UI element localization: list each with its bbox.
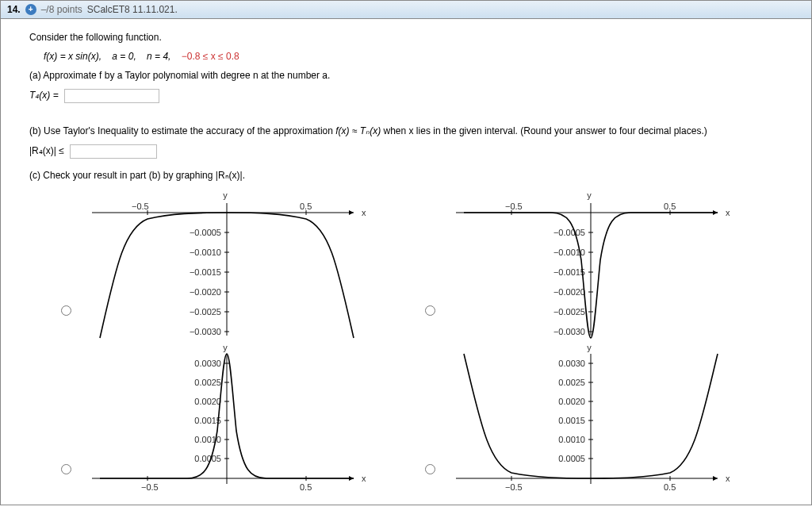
part-a-lhs: T₄(x) = xyxy=(29,90,59,101)
plot-d: y x −0.5 0.5 0.0030 0.0025 0.0020 0.0015… xyxy=(440,340,741,498)
part-b-prompt: (b) Use Taylor's Inequality to estimate … xyxy=(29,125,789,136)
question-header: 14. + –/8 points SCalcET8 11.11.021. xyxy=(1,1,811,19)
part-b-prompt-mid: when x lies in the given interval. (Roun… xyxy=(384,125,707,136)
svg-text:−0.0005: −0.0005 xyxy=(190,228,221,237)
graph-radio-c[interactable] xyxy=(61,464,71,474)
part-b-input[interactable] xyxy=(70,144,157,159)
plot-b: y x −0.5 0.5 −0.0005 −0.0010 −0.0015 −0.… xyxy=(440,189,741,340)
points-label: –/8 points xyxy=(41,4,82,15)
graph-option-a: y x −0.5 0.5 −0.0005 −0.0010 −0.0015 xyxy=(61,189,425,340)
question-body: Consider the following function. f(x) = … xyxy=(1,19,811,505)
plot-d-xtick-1: 0.5 xyxy=(664,482,676,492)
svg-text:−0.0030: −0.0030 xyxy=(190,327,221,336)
function-a: a = 0, xyxy=(112,51,136,62)
svg-text:0.0015: 0.0015 xyxy=(558,416,585,425)
question-number: 14. xyxy=(7,4,21,15)
question-container: 14. + –/8 points SCalcET8 11.11.021. Con… xyxy=(0,0,812,505)
plot-c-yticks: 0.0030 0.0025 0.0020 0.0015 0.0010 0.000… xyxy=(194,359,229,463)
svg-text:−0.0005: −0.0005 xyxy=(553,228,585,237)
graph-option-d: y x −0.5 0.5 0.0030 0.0025 0.0020 0.0015… xyxy=(425,340,789,498)
expand-icon[interactable]: + xyxy=(25,4,36,15)
plot-a-xtick-0: −0.5 xyxy=(132,202,149,211)
source-label: SCalcET8 11.11.021. xyxy=(87,4,178,15)
x-axis-label: x xyxy=(726,208,730,217)
svg-text:0.0010: 0.0010 xyxy=(558,435,585,444)
svg-text:0.0025: 0.0025 xyxy=(194,378,221,387)
part-b-lhs: |R₄(x)| ≤ xyxy=(29,145,64,156)
graph-radio-a[interactable] xyxy=(61,305,71,316)
svg-text:0.0015: 0.0015 xyxy=(194,416,221,425)
x-axis-label: x xyxy=(362,208,366,217)
svg-text:−0.0025: −0.0025 xyxy=(190,307,221,317)
svg-text:0.0025: 0.0025 xyxy=(558,378,585,387)
plot-a: y x −0.5 0.5 −0.0005 −0.0010 −0.0015 xyxy=(76,189,377,340)
y-axis-label: y xyxy=(587,190,592,200)
function-expr: f(x) = x sin(x), xyxy=(44,51,102,62)
svg-text:0.0030: 0.0030 xyxy=(558,359,585,368)
svg-text:0.0005: 0.0005 xyxy=(194,454,221,463)
svg-text:−0.0015: −0.0015 xyxy=(553,267,585,277)
function-interval: −0.8 ≤ x ≤ 0.8 xyxy=(182,51,239,62)
part-a-input[interactable] xyxy=(64,89,159,103)
part-b-approx: f(x) ≈ Tₙ(x) xyxy=(335,125,381,136)
svg-text:−0.0020: −0.0020 xyxy=(190,287,221,297)
svg-text:0.0005: 0.0005 xyxy=(558,454,585,463)
plot-a-xtick-1: 0.5 xyxy=(300,202,312,211)
svg-text:0.0010: 0.0010 xyxy=(194,435,221,444)
y-axis-label: y xyxy=(223,190,228,200)
graph-radio-d[interactable] xyxy=(425,464,435,474)
svg-text:−0.0010: −0.0010 xyxy=(190,248,221,257)
part-a-answer-row: T₄(x) = xyxy=(29,89,789,103)
plot-c-xtick-1: 0.5 xyxy=(300,482,312,492)
plot-d-xtick-0: −0.5 xyxy=(505,482,523,492)
x-axis-label: x xyxy=(726,474,730,483)
plot-b-xtick-0: −0.5 xyxy=(505,202,523,211)
y-axis-label: y xyxy=(587,343,592,352)
graph-option-b: y x −0.5 0.5 −0.0005 −0.0010 −0.0015 −0.… xyxy=(425,189,789,340)
function-definition: f(x) = x sin(x), a = 0, n = 4, −0.8 ≤ x … xyxy=(29,51,789,62)
svg-text:0.0030: 0.0030 xyxy=(194,359,221,368)
part-c-prompt: (c) Check your result in part (b) by gra… xyxy=(29,170,789,181)
svg-text:−0.0020: −0.0020 xyxy=(553,287,585,297)
x-axis-label: x xyxy=(362,474,366,483)
function-n: n = 4, xyxy=(147,51,170,62)
plot-d-yticks: 0.0030 0.0025 0.0020 0.0015 0.0010 0.000… xyxy=(558,359,593,463)
plot-c: y x −0.5 0.5 0.0030 0.0025 0.0020 0.0015… xyxy=(76,340,377,498)
part-a-prompt: (a) Approximate f by a Taylor polynomial… xyxy=(29,70,789,81)
graph-radio-b[interactable] xyxy=(425,305,435,316)
plot-b-xtick-1: 0.5 xyxy=(664,202,676,211)
plot-c-xtick-0: −0.5 xyxy=(141,482,159,492)
graph-option-c: y x −0.5 0.5 0.0030 0.0025 0.0020 0.0015… xyxy=(61,340,425,498)
part-b-answer-row: |R₄(x)| ≤ xyxy=(29,144,789,159)
y-axis-label: y xyxy=(223,343,228,352)
plot-a-yticks: −0.0005 −0.0010 −0.0015 −0.0020 −0.0025 … xyxy=(190,228,229,336)
svg-text:−0.0025: −0.0025 xyxy=(553,307,585,317)
intro-text: Consider the following function. xyxy=(29,32,789,43)
part-b-prompt-pre: (b) Use Taylor's Inequality to estimate … xyxy=(29,125,335,136)
graph-grid: y x −0.5 0.5 −0.0005 −0.0010 −0.0015 xyxy=(61,189,789,498)
svg-text:−0.0030: −0.0030 xyxy=(553,327,585,336)
svg-text:0.0020: 0.0020 xyxy=(194,397,221,406)
svg-text:0.0020: 0.0020 xyxy=(558,397,585,406)
svg-text:−0.0015: −0.0015 xyxy=(190,267,221,277)
